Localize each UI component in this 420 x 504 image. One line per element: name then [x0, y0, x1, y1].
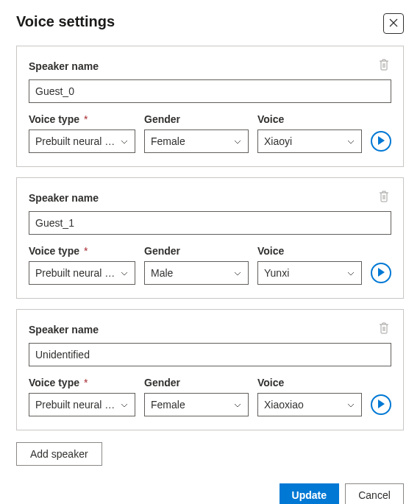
chevron-down-icon	[120, 400, 129, 409]
dialog-header: Voice settings	[16, 13, 404, 34]
voice-type-label: Voice type *	[29, 245, 135, 257]
close-button[interactable]	[383, 13, 404, 34]
voice-type-label: Voice type *	[29, 113, 135, 125]
trash-icon	[378, 190, 390, 205]
chevron-down-icon	[346, 269, 355, 277]
speaker-name-label: Speaker name	[29, 192, 99, 204]
play-preview-button[interactable]	[371, 131, 391, 152]
chevron-down-icon	[346, 137, 355, 146]
svg-marker-3	[378, 268, 385, 277]
gender-label: Gender	[144, 377, 249, 388]
voice-type-select[interactable]: Prebuilt neural voice	[29, 393, 135, 416]
speaker-name-input[interactable]	[29, 79, 391, 103]
voice-label: Voice	[257, 377, 362, 388]
speaker-card: Speaker name Voice type * Prebuilt neura…	[16, 46, 404, 167]
gender-select[interactable]: Female	[144, 129, 249, 153]
update-button[interactable]: Update	[280, 483, 339, 504]
speaker-name-label: Speaker name	[29, 324, 99, 336]
delete-speaker-button[interactable]	[377, 188, 391, 207]
voice-label: Voice	[257, 245, 362, 257]
chevron-down-icon	[346, 400, 355, 409]
gender-label: Gender	[144, 245, 249, 257]
gender-select[interactable]: Male	[144, 261, 249, 285]
delete-speaker-button[interactable]	[377, 320, 391, 338]
play-icon	[377, 136, 385, 147]
voice-label: Voice	[257, 113, 362, 125]
voice-type-select[interactable]: Prebuilt neural voice	[29, 261, 135, 285]
voice-select[interactable]: Yunxi	[257, 261, 362, 285]
voice-type-select[interactable]: Prebuilt neural voice	[29, 129, 135, 153]
speaker-name-input[interactable]	[29, 343, 391, 366]
svg-marker-4	[378, 400, 385, 408]
chevron-down-icon	[120, 137, 129, 146]
add-speaker-button[interactable]: Add speaker	[16, 442, 102, 466]
voice-select[interactable]: Xiaoxiao	[257, 393, 362, 416]
chevron-down-icon	[233, 400, 242, 409]
delete-speaker-button[interactable]	[377, 57, 391, 75]
play-icon	[377, 400, 385, 411]
trash-icon	[378, 58, 390, 74]
dialog-footer: Update Cancel	[16, 483, 404, 504]
voice-settings-dialog: Voice settings Speaker name Voice type *…	[0, 0, 420, 504]
svg-marker-2	[378, 136, 385, 145]
trash-icon	[378, 322, 390, 337]
play-icon	[377, 268, 385, 279]
play-preview-button[interactable]	[371, 394, 391, 415]
voice-type-label: Voice type *	[29, 377, 135, 388]
chevron-down-icon	[120, 269, 129, 277]
close-icon	[388, 18, 399, 30]
gender-label: Gender	[144, 113, 249, 125]
speaker-card: Speaker name Voice type * Prebuilt neura…	[16, 177, 404, 299]
dialog-title: Voice settings	[16, 13, 115, 30]
chevron-down-icon	[233, 269, 242, 277]
speaker-card: Speaker name Voice type * Prebuilt neura…	[16, 309, 404, 430]
chevron-down-icon	[233, 137, 242, 146]
gender-select[interactable]: Female	[144, 393, 249, 416]
play-preview-button[interactable]	[371, 263, 391, 283]
cancel-button[interactable]: Cancel	[345, 483, 404, 504]
speaker-name-label: Speaker name	[29, 60, 99, 72]
voice-select[interactable]: Xiaoyi	[257, 129, 362, 153]
speaker-name-input[interactable]	[29, 211, 391, 235]
